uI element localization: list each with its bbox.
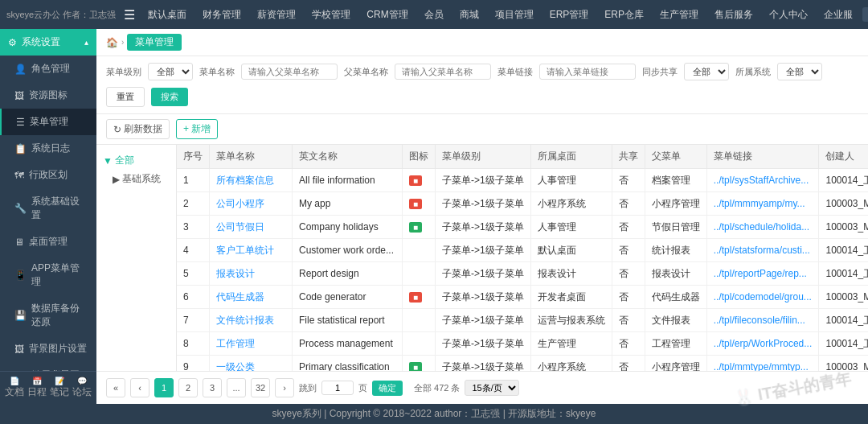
page-confirm-btn[interactable]: 确定 [372, 381, 403, 396]
menu-name-link[interactable]: 工作管理 [216, 338, 255, 349]
home-icon[interactable]: 🏠 [106, 37, 118, 48]
cell-seq: 6 [177, 286, 210, 309]
table-row: 3 公司节假日 Company holidays ■ 子菜单->1级子菜单 人事… [177, 216, 868, 239]
sidebar-item-app-menu[interactable]: 📱 APP菜单管理 [0, 255, 96, 295]
cell-level: 子菜单->1级子菜单 [436, 262, 531, 286]
sidebar: ⚙ 系统设置 ▴ 👤 角色管理 🖼 资源图标 ☰ 菜单管理 📋 系统日志 🗺 [0, 29, 96, 404]
sidebar-item-desktop-mgmt[interactable]: 🖥 桌面管理 [0, 228, 96, 255]
nav-item-member[interactable]: 会员 [418, 5, 450, 25]
reset-button[interactable]: 重置 [106, 87, 145, 107]
page-btn-3[interactable]: 3 [203, 378, 222, 397]
nav-item-finance[interactable]: 财务管理 [196, 5, 248, 25]
sidebar-label-base: 系统基础设置 [31, 195, 88, 222]
col-name: 菜单名称 [210, 145, 293, 169]
per-page-select[interactable]: 15条/页 [465, 380, 519, 396]
menu-link-input[interactable] [539, 64, 636, 80]
sync-all-label: 同步共享 [642, 66, 678, 78]
cell-en: Report design [293, 262, 403, 286]
menu-name-link[interactable]: 所有档案信息 [216, 175, 274, 186]
menu-link[interactable]: ../tpl/reportPage/rep... [714, 268, 807, 279]
sidebar-item-system-settings[interactable]: ⚙ 系统设置 ▴ [0, 29, 96, 56]
nav-item-school[interactable]: 学校管理 [305, 5, 357, 25]
cell-seq: 8 [177, 332, 210, 356]
page-prev-btn[interactable]: ‹ [130, 378, 149, 397]
sidebar-item-bg-image[interactable]: 🖼 背景图片设置 [0, 335, 96, 362]
menu-name-link[interactable]: 公司小程序 [216, 198, 264, 209]
icon-tag: ■ [409, 292, 422, 303]
sidebar-item-base-settings[interactable]: 🔧 系统基础设置 [0, 188, 96, 228]
sidebar-item-resource-icon[interactable]: 🖼 资源图标 [0, 82, 96, 109]
cell-level: 子菜单->1级子菜单 [436, 356, 531, 372]
cell-link: ../tpl/sysStaffArchive... [706, 169, 819, 192]
menu-name-link[interactable]: 报表设计 [216, 268, 255, 279]
page-btn-2[interactable]: 2 [178, 378, 198, 397]
sidebar-calendar-icon[interactable]: 📅日程 [27, 377, 47, 399]
sidebar-doc-icon[interactable]: 📄文档 [5, 377, 24, 399]
menu-link[interactable]: ../tpl/statsforma/custi... [714, 245, 810, 256]
page-goto-input[interactable] [321, 381, 354, 395]
menu-name-link[interactable]: 文件统计报表 [216, 315, 274, 326]
sidebar-item-menu-mgmt[interactable]: ☰ 菜单管理 [0, 109, 96, 135]
cell-icon [403, 332, 436, 356]
menu-name-input[interactable] [241, 64, 338, 80]
nav-item-personal[interactable]: 个人中心 [763, 5, 814, 25]
sync-all-select[interactable]: 全部 [684, 63, 729, 80]
nav-item-production[interactable]: 生产管理 [653, 5, 705, 25]
refresh-button[interactable]: ↻ 刷新数据 [106, 119, 170, 139]
nav-item-project[interactable]: 项目管理 [489, 5, 540, 25]
menu-link[interactable]: ../tpl/fileconsole/filin... [714, 315, 805, 326]
sidebar-note-icon[interactable]: 📝笔记 [50, 377, 69, 399]
cell-name: 工作管理 [210, 332, 293, 356]
nav-item-aftersale[interactable]: 售后服务 [708, 5, 760, 25]
belong-system-select[interactable]: 全部 [777, 63, 822, 80]
tree-root[interactable]: ▼ 全部 [103, 151, 170, 170]
sidebar-label-syslog: 系统日志 [31, 142, 70, 155]
parent-name-input[interactable] [395, 64, 491, 80]
sidebar-item-role[interactable]: 👤 角色管理 [0, 56, 96, 82]
cell-link: ../tpl/statsforma/custi... [706, 239, 819, 262]
cell-name: 文件统计报表 [210, 309, 293, 332]
page-btn-1[interactable]: 1 [154, 378, 174, 397]
nav-item-default-desk[interactable]: 默认桌面 [141, 5, 193, 25]
sidebar-item-db-backup[interactable]: 💾 数据库备份还原 [0, 295, 96, 335]
nav-item-crm[interactable]: CRM管理 [360, 5, 414, 25]
menu-name-link[interactable]: 客户工单统计 [216, 245, 274, 256]
menu-link[interactable]: ../tpl/mmmyamp/my... [714, 198, 805, 209]
nav-item-mall[interactable]: 商城 [453, 5, 485, 25]
nav-item-erp[interactable]: ERP管理 [543, 5, 596, 25]
sidebar-item-system-log[interactable]: 📋 系统日志 [0, 135, 96, 162]
top-search-input[interactable] [862, 7, 868, 22]
menu-link[interactable]: ../tpl/mmtype/mmtyp... [714, 361, 809, 371]
menu-link[interactable]: ../tpl/sysStaffArchive... [714, 175, 809, 186]
search-button[interactable]: 搜索 [151, 88, 188, 106]
menu-table: 序号 菜单名称 英文名称 图标 菜单级别 所属桌面 共享 父菜单 菜单链接 创建… [177, 145, 868, 371]
menu-name-link[interactable]: 公司节假日 [216, 221, 264, 233]
menu-name-link[interactable]: 代码生成器 [216, 291, 264, 303]
menu-link[interactable]: ../tpl/codemodel/grou... [714, 291, 812, 303]
table-row: 9 一级公类 Primary classification ■ 子菜单->1级子… [177, 356, 868, 372]
nav-item-erp-warehouse[interactable]: ERP仓库 [598, 5, 650, 25]
page-first-btn[interactable]: « [106, 378, 125, 397]
sidebar-item-lockscreen[interactable]: 🔒 锁屏背景图片设置 [0, 362, 96, 371]
breadcrumb-bar: 🏠 › 菜单管理 [96, 29, 868, 56]
cell-parent: 统计报表 [645, 239, 706, 262]
menu-toggle-icon[interactable]: ☰ [124, 7, 135, 23]
page-btn-32[interactable]: 32 [251, 378, 270, 397]
tree-child[interactable]: ▶ 基础系统 [103, 170, 170, 188]
menu-name-link[interactable]: 一级公类 [216, 361, 255, 372]
add-button[interactable]: + 新增 [176, 119, 218, 139]
nav-item-salary[interactable]: 薪资管理 [251, 5, 302, 25]
menu-link[interactable]: ../tpl/erp/WorkProced... [714, 338, 813, 349]
tree-expand-icon: ▼ [103, 155, 113, 167]
sidebar-label-menu: 菜单管理 [30, 115, 68, 129]
cell-link: ../tpl/erp/WorkProced... [706, 332, 819, 356]
cell-name: 代码生成器 [210, 286, 293, 309]
menu-level-select[interactable]: 全部 [148, 63, 193, 80]
base-icon: 🔧 [14, 203, 27, 214]
nav-item-enterprise[interactable]: 企业服 [817, 5, 859, 25]
sidebar-item-region[interactable]: 🗺 行政区划 [0, 162, 96, 188]
menu-link[interactable]: ../tpl/schedule/holida... [714, 221, 809, 233]
sidebar-forum-icon[interactable]: 💬论坛 [72, 377, 92, 399]
page-next-btn[interactable]: › [275, 378, 294, 397]
region-icon: 🗺 [14, 170, 24, 181]
